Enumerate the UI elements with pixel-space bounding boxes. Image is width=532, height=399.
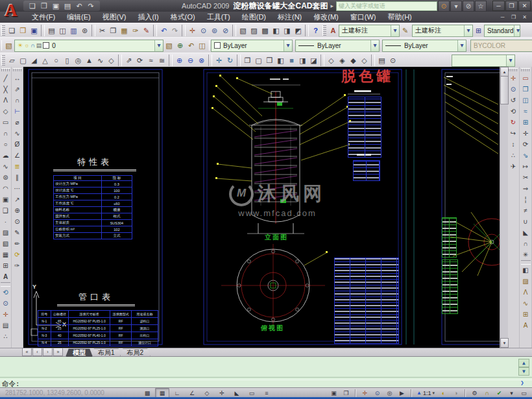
new-button[interactable]: ❏	[6, 25, 18, 36]
steering-wheel-button[interactable]: ◎	[383, 388, 396, 398]
annotation-autoscale-button[interactable]: ◑	[450, 388, 462, 398]
hidden-visual-button[interactable]: ◧	[275, 54, 286, 66]
toolbar-grip[interactable]	[13, 68, 22, 71]
offset-button[interactable]: ≈	[520, 106, 531, 117]
edit-spline-button[interactable]: ∿	[520, 298, 531, 309]
cut-button[interactable]: ✂	[97, 25, 108, 36]
menu-item[interactable]: 修改(M)	[308, 12, 345, 23]
tolerance-button[interactable]: ⊕	[12, 205, 23, 216]
match-properties-button[interactable]: ✑	[130, 25, 141, 36]
dimension-text-edit-button[interactable]: ✏	[12, 238, 23, 249]
toolbar-grip[interactable]	[509, 68, 518, 71]
status-menu-caret[interactable]: ▾	[505, 388, 518, 398]
walk-button[interactable]: ∴	[0, 331, 11, 342]
region-button[interactable]: ▦	[0, 249, 11, 260]
revolve-button[interactable]: ⟳	[134, 54, 145, 66]
toolbar-grip[interactable]	[1, 68, 10, 71]
toolbar-grip[interactable]	[521, 68, 530, 71]
annotation-visibility-button[interactable]: ◐	[437, 388, 450, 398]
quick-leader-button[interactable]: ↗	[12, 194, 23, 205]
table-button[interactable]: ⊞	[0, 260, 11, 271]
view-nw-iso-button[interactable]: ◇	[359, 54, 370, 66]
menu-item[interactable]: 文件(F)	[26, 12, 61, 23]
constrained-orbit-button[interactable]: ↺	[508, 95, 519, 106]
multiline-text-button[interactable]: A	[0, 271, 11, 282]
copy-button[interactable]: ❐	[108, 25, 119, 36]
help-button[interactable]: ?	[310, 25, 321, 36]
polygon-button[interactable]: ◇	[0, 106, 11, 117]
next-tab-button[interactable]: ›	[43, 348, 53, 356]
edit-hatch-button[interactable]: ▨	[520, 276, 531, 287]
extrude-button[interactable]: ⇗	[123, 54, 134, 66]
close-button[interactable]: ✕	[518, 1, 531, 11]
menu-item[interactable]: 工具(T)	[201, 12, 236, 23]
angular-dimension-button[interactable]: ∠	[12, 150, 23, 161]
box-button[interactable]: ▢	[18, 54, 29, 66]
ortho-toggle[interactable]: ∟	[170, 388, 184, 398]
doc-restore-button[interactable]: ❐	[509, 14, 518, 21]
fly-button[interactable]: ✈	[508, 161, 519, 172]
trim-button[interactable]: ✂	[520, 172, 531, 183]
erase-button[interactable]: ▭	[520, 73, 531, 84]
zoom-button[interactable]: ⊙	[371, 388, 383, 398]
camera-button[interactable]: ▤	[0, 320, 11, 331]
linear-dimension-button[interactable]: ↔	[12, 73, 23, 84]
zoom-realtime-button[interactable]: ⊙	[198, 25, 209, 36]
wireframe-3d-button[interactable]: ❒	[264, 54, 275, 66]
conceptual-visual-button[interactable]: ◨	[297, 54, 308, 66]
lineweight-toggle[interactable]: ≡	[260, 388, 274, 398]
adjust-distance-button[interactable]: ↕	[508, 139, 519, 150]
center-mark-button[interactable]: ⊙	[12, 216, 23, 227]
showmotion-button[interactable]: ▶	[396, 388, 408, 398]
text-style-combo[interactable]: 土建标注	[339, 25, 400, 37]
free-orbit-button[interactable]: ⟲	[508, 106, 519, 117]
ducs-toggle[interactable]: ◣	[230, 388, 244, 398]
line-button[interactable]: ╱	[0, 73, 11, 84]
plot-button[interactable]: ▤	[46, 25, 57, 36]
dimension-update-button[interactable]: ⟳	[12, 249, 23, 260]
draworder-button[interactable]: ◧	[520, 265, 531, 276]
performance-tuner-button[interactable]: ✔	[493, 388, 505, 398]
clean-screen-button[interactable]: ▭	[518, 388, 530, 398]
solid-edit-button[interactable]: ❐	[242, 54, 253, 66]
mirror-button[interactable]: ◫	[520, 95, 531, 106]
break-at-point-button[interactable]: ¦	[520, 194, 531, 205]
pan-button[interactable]: ✛	[359, 388, 371, 398]
radius-dimension-button[interactable]: ⌀	[12, 117, 23, 128]
ellipse-button[interactable]: ⊜	[0, 172, 11, 183]
minimize-button[interactable]: ─	[492, 1, 505, 11]
ellipse-arc-button[interactable]: ◠	[0, 183, 11, 194]
helix-button[interactable]: ∿	[95, 54, 106, 66]
table-style-combo[interactable]: Standard	[484, 25, 520, 37]
zoom-button[interactable]: ⊙	[508, 84, 519, 95]
pan-button[interactable]: ✛	[187, 25, 198, 36]
polysolid-button[interactable]: ▱	[6, 54, 18, 66]
grid-toggle[interactable]: ▦	[155, 388, 169, 398]
tool-palettes-button[interactable]: ▩	[260, 25, 271, 36]
dimension-edit-button[interactable]: ✎	[12, 227, 23, 238]
make-object-layer-current-button[interactable]: ⊕	[175, 40, 186, 51]
move-button[interactable]: ✛	[520, 128, 531, 139]
sheet-set-manager-button[interactable]: ◧	[271, 25, 282, 36]
3d-move-button[interactable]: ✛	[213, 54, 224, 66]
snap-toggle[interactable]: ▩	[140, 388, 154, 398]
extend-button[interactable]: ⇒	[520, 183, 531, 194]
undo-button[interactable]: ↶	[158, 25, 169, 36]
menu-item[interactable]: 视图(V)	[97, 12, 132, 23]
search-go-button[interactable]: ⊙	[438, 1, 450, 12]
sweep-button[interactable]: ≈	[145, 54, 156, 66]
markup-set-manager-button[interactable]: ◨	[282, 25, 293, 36]
canvas-vertical-scrollbar[interactable]: ▲ ▼	[500, 67, 508, 348]
command-history[interactable]: 命令: _mtedit命令: *取消*	[2, 358, 519, 376]
toolbar-grip[interactable]	[1, 25, 5, 36]
annotation-scale-button[interactable]: ▲ 1:1 ▾	[415, 389, 437, 397]
rotate-button[interactable]: ⟳	[520, 139, 531, 150]
text-style-button[interactable]: A	[328, 25, 339, 36]
wedge-button[interactable]: ◢	[29, 54, 40, 66]
edit-polyline-button[interactable]: Λ	[520, 287, 531, 298]
new-button[interactable]: ❏	[27, 1, 38, 10]
menu-item[interactable]: 编辑(E)	[61, 12, 97, 23]
ordinate-dimension-button[interactable]: ⊢	[12, 106, 23, 117]
scale-button[interactable]: ⇘	[520, 150, 531, 161]
command-window[interactable]: 命令: _mtedit命令: *取消* ▲ ▼ 命令: ❯	[0, 356, 532, 388]
